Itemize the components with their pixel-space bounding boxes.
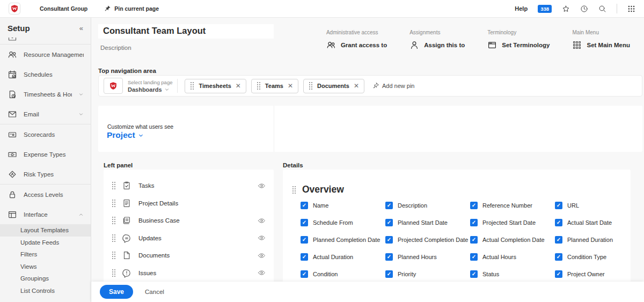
checkbox-checked[interactable]: ✓ <box>385 219 393 226</box>
field-actual-hours[interactable]: ✓Actual Hours <box>470 253 555 261</box>
sidebar-subitem-views[interactable]: Views <box>0 261 91 273</box>
field-planned-start-date[interactable]: ✓Planned Start Date <box>385 219 470 226</box>
drag-handle-icon[interactable] <box>292 186 296 194</box>
left-panel-item-project-details[interactable]: Project Details <box>104 195 274 212</box>
checkbox-checked[interactable]: ✓ <box>385 236 393 244</box>
checkbox-checked[interactable]: ✓ <box>470 202 478 209</box>
sidebar-item-email[interactable]: Email <box>0 104 91 124</box>
checkbox-checked[interactable]: ✓ <box>470 236 478 244</box>
description-input[interactable]: Description <box>100 45 131 51</box>
field-priority[interactable]: ✓Priority <box>385 270 470 278</box>
checkbox-checked[interactable]: ✓ <box>470 270 478 278</box>
history-icon[interactable] <box>580 5 588 13</box>
action-assign-this-to-button[interactable]: Assign this to <box>409 40 465 50</box>
sidebar-item-scorecards[interactable]: Scorecards <box>0 124 91 144</box>
field-planned-duration[interactable]: ✓Planned Duration <box>555 236 631 244</box>
save-button[interactable]: Save <box>100 285 133 299</box>
sidebar-item-risk-types[interactable]: Risk Types <box>0 164 91 184</box>
close-icon[interactable]: ✕ <box>354 83 359 89</box>
app-grid-icon[interactable] <box>627 5 635 13</box>
checkbox-checked[interactable]: ✓ <box>385 253 393 261</box>
left-panel-item-updates[interactable]: Updates <box>104 230 274 247</box>
checkbox-checked[interactable]: ✓ <box>385 270 393 278</box>
field-actual-duration[interactable]: ✓Actual Duration <box>301 253 385 261</box>
field-actual-completion-date[interactable]: ✓Actual Completion Date <box>470 236 555 244</box>
eye-icon[interactable] <box>258 252 266 260</box>
layout-name-input[interactable]: Consultant Team Layout <box>98 24 274 39</box>
action-grant-access-to-button[interactable]: Grant access to <box>326 40 387 50</box>
checkbox-checked[interactable]: ✓ <box>301 253 308 261</box>
eye-icon[interactable] <box>258 182 266 190</box>
checkbox-checked[interactable]: ✓ <box>301 236 308 244</box>
field-condition[interactable]: ✓Condition <box>301 270 385 278</box>
sidebar-subitem-filters[interactable]: Filters <box>0 248 91 261</box>
action-set-main-menu-button[interactable]: Set Main Menu <box>572 40 630 50</box>
add-new-pin-button[interactable]: Add new pin <box>372 82 415 90</box>
sidebar-subitem-layout-templates[interactable]: Layout Templates <box>0 224 91 237</box>
field-name[interactable]: ✓Name <box>301 202 385 209</box>
drag-handle-icon[interactable] <box>112 234 116 242</box>
left-panel-item-documents[interactable]: Documents <box>104 247 274 264</box>
pin-current-page-button[interactable]: Pin current page <box>104 5 159 12</box>
checkbox-checked[interactable]: ✓ <box>555 236 562 244</box>
drag-handle-icon[interactable] <box>112 216 116 225</box>
search-icon[interactable] <box>598 5 606 13</box>
sidebar-item-expense-types[interactable]: Expense Types <box>0 144 91 164</box>
drag-handle-icon[interactable] <box>112 181 116 190</box>
action-set-terminology-button[interactable]: Set Terminology <box>487 40 550 50</box>
checkbox-checked[interactable]: ✓ <box>385 202 393 209</box>
sidebar-item-interface[interactable]: Interface <box>0 204 91 224</box>
star-icon[interactable] <box>562 5 570 13</box>
checkbox-checked[interactable]: ✓ <box>301 219 308 226</box>
drag-handle-icon[interactable] <box>112 269 116 277</box>
sidebar-item-access-levels[interactable]: Access Levels <box>0 185 91 204</box>
checkbox-checked[interactable]: ✓ <box>555 270 562 278</box>
checkbox-checked[interactable]: ✓ <box>555 202 562 209</box>
field-status[interactable]: ✓Status <box>470 270 555 278</box>
sidebar-item-partial[interactable] <box>0 38 91 44</box>
eye-icon[interactable] <box>258 234 266 242</box>
pin-chip-timesheets[interactable]: Timesheets✕ <box>185 79 246 93</box>
sidebar-item-resource-management[interactable]: Resource Management <box>0 45 91 64</box>
eye-icon[interactable] <box>258 217 266 225</box>
field-planned-hours[interactable]: ✓Planned Hours <box>385 253 470 261</box>
checkbox-checked[interactable]: ✓ <box>555 219 562 226</box>
checkbox-checked[interactable]: ✓ <box>301 202 308 209</box>
landing-page-selector[interactable]: Select landing page Dashboards <box>104 78 172 94</box>
help-link[interactable]: Help <box>515 5 528 12</box>
sidebar-collapse-button[interactable]: « <box>79 24 83 32</box>
field-actual-start-date[interactable]: ✓Actual Start Date <box>555 219 631 226</box>
drag-handle-icon[interactable] <box>112 199 116 208</box>
field-reference-number[interactable]: ✓Reference Number <box>470 202 555 209</box>
sidebar-item-timesheets-hours[interactable]: Timesheets & Hours <box>0 84 91 104</box>
field-description[interactable]: ✓Description <box>385 202 470 209</box>
drag-handle-icon[interactable] <box>112 251 116 260</box>
sidebar-subitem-groupings[interactable]: Groupings <box>0 272 91 285</box>
workfront-logo-icon[interactable] <box>9 3 20 14</box>
left-panel-item-issues[interactable]: Issues <box>104 264 274 282</box>
left-panel-item-business-case[interactable]: Business Case <box>104 212 274 230</box>
left-panel-item-tasks[interactable]: Tasks <box>104 177 274 195</box>
close-icon[interactable]: ✕ <box>288 83 293 89</box>
checkbox-checked[interactable]: ✓ <box>470 253 478 261</box>
close-icon[interactable]: ✕ <box>236 83 241 89</box>
sidebar-subitem-update-feeds[interactable]: Update Feeds <box>0 237 91 249</box>
field-condition-type[interactable]: ✓Condition Type <box>555 253 631 261</box>
field-planned-completion-date[interactable]: ✓Planned Completion Date <box>301 236 385 244</box>
cancel-button[interactable]: Cancel <box>145 289 164 295</box>
field-projected-completion-date[interactable]: ✓Projected Completion Date <box>385 236 470 244</box>
sidebar-subitem-list-controls[interactable]: List Controls <box>0 285 91 297</box>
field-url[interactable]: ✓URL <box>555 202 631 209</box>
checkbox-checked[interactable]: ✓ <box>555 253 562 261</box>
field-projected-start-date[interactable]: ✓Projected Start Date <box>470 219 555 226</box>
checkbox-checked[interactable]: ✓ <box>301 270 308 278</box>
field-project-owner[interactable]: ✓Project Owner <box>555 270 631 278</box>
field-schedule-from[interactable]: ✓Schedule From <box>301 219 385 226</box>
object-type-dropdown[interactable]: Project <box>107 130 144 140</box>
pin-chip-teams[interactable]: Teams✕ <box>251 79 298 93</box>
notification-badge[interactable]: 338 <box>538 5 552 13</box>
sidebar-item-schedules[interactable]: Schedules <box>0 64 91 84</box>
pin-chip-documents[interactable]: Documents✕ <box>303 79 364 93</box>
checkbox-checked[interactable]: ✓ <box>470 219 478 226</box>
eye-icon[interactable] <box>258 269 266 277</box>
